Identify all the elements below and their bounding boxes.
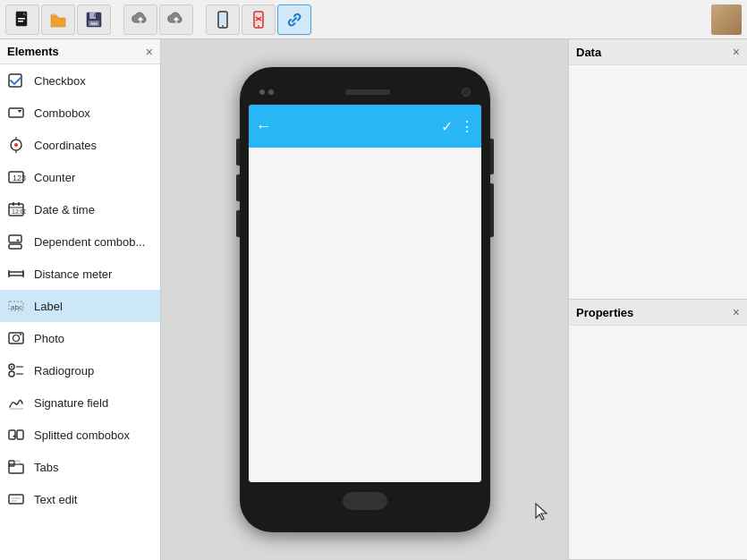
sidebar-item-splitted-combobox[interactable]: Splitted combobox: [0, 419, 160, 451]
element-label-radiogroup: Radiogroup: [34, 364, 94, 378]
svg-rect-10: [219, 13, 226, 24]
elements-panel-header: Elements ×: [0, 39, 160, 64]
sidebar-item-distance-meter[interactable]: Distance meter: [0, 258, 160, 290]
sidebar-item-datetime[interactable]: 12:00Date & time: [0, 193, 160, 225]
element-label-dependent-combobox: Dependent combob...: [34, 235, 145, 249]
phone-check-button[interactable]: ✓: [441, 118, 453, 135]
phone-home-button[interactable]: [343, 492, 387, 510]
svg-rect-49: [9, 461, 14, 466]
svg-text:123: 123: [13, 174, 26, 182]
toolbar-file-group: [5, 4, 111, 35]
elements-panel: Elements × CheckboxComboboxCoordinates12…: [0, 39, 161, 560]
upload1-button[interactable]: [123, 4, 157, 35]
sidebar-item-dependent-combobox[interactable]: Dependent combob...: [0, 225, 160, 258]
close-view-button[interactable]: [242, 4, 276, 35]
splitted-icon: [7, 425, 27, 445]
label-icon: abc: [7, 296, 27, 316]
phone-left-button-2: [236, 174, 240, 201]
phone-bottom-bar: [249, 482, 481, 520]
phone-left-button-1: [236, 139, 240, 165]
phone-menu-button[interactable]: ⋮: [460, 118, 474, 135]
sidebar-item-signature-field[interactable]: Signature field: [0, 386, 160, 419]
mobile-view-button[interactable]: [206, 4, 240, 35]
properties-panel-header: Properties ×: [569, 300, 747, 326]
combobox-icon: [7, 103, 27, 123]
phone-back-button[interactable]: ←: [256, 117, 272, 136]
svg-text:12:00: 12:00: [12, 208, 26, 215]
save-button[interactable]: [77, 4, 111, 35]
sidebar-item-tabs[interactable]: Tabs: [0, 451, 160, 483]
counter-icon: 123: [7, 167, 27, 187]
radiogroup-icon: [7, 361, 27, 380]
phone-dot-2: [268, 89, 274, 95]
element-label-coordinates: Coordinates: [34, 139, 97, 152]
properties-panel-title: Properties: [576, 306, 633, 319]
main-area: Elements × CheckboxComboboxCoordinates12…: [0, 39, 747, 560]
phone-content-area: [249, 148, 481, 482]
svg-rect-7: [90, 22, 98, 25]
phone-camera: [462, 88, 471, 97]
sidebar-item-photo[interactable]: Photo: [0, 322, 160, 354]
sidebar-item-text-edit[interactable]: Text edit: [0, 483, 160, 515]
svg-point-11: [222, 25, 224, 27]
data-panel-close-button[interactable]: ×: [733, 45, 740, 59]
element-label-datetime: Date & time: [34, 203, 95, 216]
phone-speaker: [345, 89, 390, 95]
signature-icon: [7, 393, 27, 412]
tabs-icon: [7, 457, 27, 477]
svg-text:abc: abc: [11, 303, 22, 311]
open-folder-button[interactable]: [41, 4, 75, 35]
phone-screen: ← ✓ ⋮: [249, 105, 481, 482]
distance-icon: [7, 264, 27, 284]
sidebar-item-coordinates[interactable]: Coordinates: [0, 129, 160, 161]
data-panel-header: Data ×: [569, 39, 747, 65]
toolbar-view-group: [206, 4, 311, 35]
svg-rect-8: [94, 13, 96, 17]
element-label-tabs: Tabs: [34, 461, 58, 474]
properties-panel-close-button[interactable]: ×: [733, 305, 740, 319]
sidebar-item-radiogroup[interactable]: Radiogroup: [0, 354, 160, 386]
checkbox-icon: [7, 71, 27, 90]
phone-power-button: [490, 139, 494, 174]
svg-rect-47: [17, 430, 23, 439]
element-label-checkbox: Checkbox: [34, 74, 86, 88]
coordinates-icon: [7, 135, 27, 155]
right-panels: Data × Properties ×: [568, 39, 747, 560]
properties-panel-content: [569, 326, 747, 559]
element-label-photo: Photo: [34, 332, 64, 345]
toolbar: [0, 0, 747, 39]
element-label-signature-field: Signature field: [34, 396, 108, 410]
svg-rect-27: [13, 202, 14, 206]
element-label-label: Label: [34, 300, 63, 313]
elements-panel-close-button[interactable]: ×: [146, 46, 153, 58]
svg-rect-32: [9, 272, 23, 276]
sidebar-item-combobox[interactable]: Combobox: [0, 97, 160, 129]
sidebar-item-label[interactable]: abcLabel: [0, 290, 160, 322]
svg-rect-3: [18, 21, 23, 22]
element-label-distance-meter: Distance meter: [34, 267, 112, 281]
svg-point-43: [9, 371, 14, 377]
svg-point-39: [20, 334, 21, 335]
svg-rect-46: [9, 430, 15, 439]
element-label-text-edit: Text edit: [34, 493, 77, 506]
upload2-button[interactable]: [159, 4, 193, 35]
phone-mockup: ← ✓ ⋮: [240, 67, 490, 532]
new-file-button[interactable]: [5, 4, 39, 35]
properties-panel: Properties ×: [569, 300, 747, 560]
photo-icon: [7, 328, 27, 348]
phone-top-bar: [249, 80, 481, 105]
svg-rect-28: [18, 202, 20, 206]
datetime-icon: 12:00: [7, 199, 27, 219]
textedit-icon: [7, 489, 27, 509]
svg-point-20: [14, 143, 18, 147]
elements-panel-title: Elements: [7, 45, 59, 58]
svg-rect-18: [9, 108, 23, 117]
data-panel-content: [569, 65, 747, 299]
elements-list: CheckboxComboboxCoordinates123Counter12:…: [0, 64, 160, 560]
svg-point-38: [13, 335, 20, 342]
dependent-icon: [7, 232, 27, 251]
sidebar-item-checkbox[interactable]: Checkbox: [0, 64, 160, 97]
sidebar-item-counter[interactable]: 123Counter: [0, 161, 160, 193]
phone-left-button-3: [236, 210, 240, 237]
link-button[interactable]: [277, 4, 311, 35]
